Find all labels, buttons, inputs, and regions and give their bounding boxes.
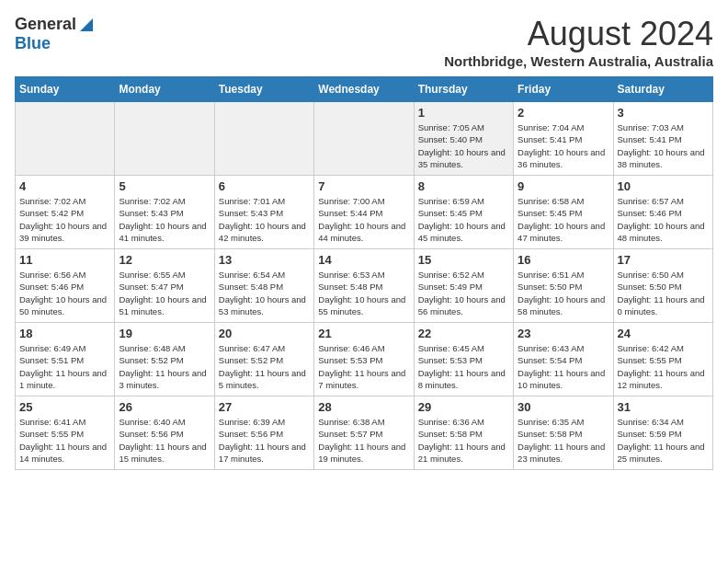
day-info: Sunrise: 7:00 AMSunset: 5:44 PMDaylight:…	[318, 195, 409, 244]
day-number: 17	[618, 253, 709, 267]
day-number: 22	[418, 327, 509, 340]
calendar-cell: 18Sunrise: 6:49 AMSunset: 5:51 PMDayligh…	[16, 323, 115, 396]
day-info: Sunrise: 6:52 AMSunset: 5:49 PMDaylight:…	[418, 269, 509, 317]
day-info: Sunrise: 7:05 AMSunset: 5:40 PMDaylight:…	[418, 121, 509, 170]
day-number: 20	[219, 327, 310, 340]
day-info: Sunrise: 6:35 AMSunset: 5:58 PMDaylight:…	[518, 416, 609, 465]
calendar-cell: 25Sunrise: 6:41 AMSunset: 5:55 PMDayligh…	[16, 396, 115, 470]
calendar-cell: 19Sunrise: 6:48 AMSunset: 5:52 PMDayligh…	[115, 323, 214, 396]
day-info: Sunrise: 6:41 AMSunset: 5:55 PMDaylight:…	[19, 416, 110, 465]
day-number: 4	[19, 179, 110, 193]
logo-blue-text: Blue	[15, 34, 51, 53]
col-tuesday: Tuesday	[214, 77, 313, 102]
day-number: 31	[618, 400, 709, 414]
calendar-cell: 8Sunrise: 6:59 AMSunset: 5:45 PMDaylight…	[414, 176, 513, 249]
calendar-cell: 13Sunrise: 6:54 AMSunset: 5:48 PMDayligh…	[214, 249, 313, 323]
day-number: 2	[518, 106, 609, 120]
day-info: Sunrise: 7:01 AMSunset: 5:43 PMDaylight:…	[219, 195, 310, 244]
calendar-table: Sunday Monday Tuesday Wednesday Thursday…	[15, 76, 713, 470]
calendar-cell	[16, 102, 115, 176]
day-info: Sunrise: 6:43 AMSunset: 5:54 PMDaylight:…	[518, 342, 609, 391]
calendar-cell: 23Sunrise: 6:43 AMSunset: 5:54 PMDayligh…	[514, 323, 613, 396]
day-number: 23	[518, 327, 609, 340]
day-number: 26	[119, 400, 210, 414]
day-number: 29	[418, 400, 509, 414]
page-header: General Blue August 2024 Northbridge, We…	[15, 15, 713, 69]
day-info: Sunrise: 7:03 AMSunset: 5:41 PMDaylight:…	[618, 121, 709, 170]
day-info: Sunrise: 6:47 AMSunset: 5:52 PMDaylight:…	[219, 342, 310, 391]
day-number: 5	[119, 179, 210, 193]
day-info: Sunrise: 6:40 AMSunset: 5:56 PMDaylight:…	[119, 416, 210, 465]
day-info: Sunrise: 7:04 AMSunset: 5:41 PMDaylight:…	[518, 121, 609, 170]
calendar-week-row: 4Sunrise: 7:02 AMSunset: 5:42 PMDaylight…	[16, 176, 713, 249]
col-monday: Monday	[115, 77, 214, 102]
day-number: 13	[219, 253, 310, 267]
calendar-week-row: 25Sunrise: 6:41 AMSunset: 5:55 PMDayligh…	[16, 396, 713, 470]
logo-triangle-icon	[78, 17, 95, 33]
day-info: Sunrise: 6:36 AMSunset: 5:58 PMDaylight:…	[418, 416, 509, 465]
day-number: 6	[219, 179, 310, 193]
day-number: 3	[618, 106, 709, 120]
calendar-cell	[214, 102, 313, 176]
day-info: Sunrise: 6:55 AMSunset: 5:47 PMDaylight:…	[119, 269, 210, 317]
month-title: August 2024	[444, 15, 713, 53]
col-sunday: Sunday	[16, 77, 115, 102]
calendar-cell: 27Sunrise: 6:39 AMSunset: 5:56 PMDayligh…	[214, 396, 313, 470]
title-section: August 2024 Northbridge, Western Austral…	[444, 15, 713, 69]
day-info: Sunrise: 6:56 AMSunset: 5:46 PMDaylight:…	[19, 269, 110, 317]
day-number: 9	[518, 179, 609, 193]
day-number: 11	[19, 253, 110, 267]
calendar-cell: 1Sunrise: 7:05 AMSunset: 5:40 PMDaylight…	[414, 102, 513, 176]
calendar-header-row: Sunday Monday Tuesday Wednesday Thursday…	[16, 77, 713, 102]
day-info: Sunrise: 7:02 AMSunset: 5:43 PMDaylight:…	[119, 195, 210, 244]
day-number: 12	[119, 253, 210, 267]
calendar-cell: 31Sunrise: 6:34 AMSunset: 5:59 PMDayligh…	[613, 396, 712, 470]
calendar-cell	[314, 102, 414, 176]
logo: General Blue	[15, 15, 95, 53]
day-info: Sunrise: 6:34 AMSunset: 5:59 PMDaylight:…	[618, 416, 709, 465]
day-number: 27	[219, 400, 310, 414]
calendar-cell: 16Sunrise: 6:51 AMSunset: 5:50 PMDayligh…	[514, 249, 613, 323]
calendar-cell: 2Sunrise: 7:04 AMSunset: 5:41 PMDaylight…	[514, 102, 613, 176]
day-info: Sunrise: 6:46 AMSunset: 5:53 PMDaylight:…	[318, 342, 409, 391]
logo-general-text: General	[15, 15, 76, 34]
day-info: Sunrise: 6:59 AMSunset: 5:45 PMDaylight:…	[418, 195, 509, 244]
day-number: 8	[418, 179, 509, 193]
day-info: Sunrise: 7:02 AMSunset: 5:42 PMDaylight:…	[19, 195, 110, 244]
day-info: Sunrise: 6:39 AMSunset: 5:56 PMDaylight:…	[219, 416, 310, 465]
day-number: 24	[618, 327, 709, 340]
day-number: 10	[618, 179, 709, 193]
calendar-cell: 24Sunrise: 6:42 AMSunset: 5:55 PMDayligh…	[613, 323, 712, 396]
calendar-cell: 7Sunrise: 7:00 AMSunset: 5:44 PMDaylight…	[314, 176, 414, 249]
calendar-cell: 29Sunrise: 6:36 AMSunset: 5:58 PMDayligh…	[414, 396, 513, 470]
calendar-week-row: 11Sunrise: 6:56 AMSunset: 5:46 PMDayligh…	[16, 249, 713, 323]
calendar-cell: 5Sunrise: 7:02 AMSunset: 5:43 PMDaylight…	[115, 176, 214, 249]
calendar-cell: 17Sunrise: 6:50 AMSunset: 5:50 PMDayligh…	[613, 249, 712, 323]
day-number: 7	[318, 179, 409, 193]
day-number: 21	[318, 327, 409, 340]
col-friday: Friday	[514, 77, 613, 102]
calendar-cell: 21Sunrise: 6:46 AMSunset: 5:53 PMDayligh…	[314, 323, 414, 396]
day-number: 19	[119, 327, 210, 340]
col-saturday: Saturday	[613, 77, 712, 102]
calendar-cell: 12Sunrise: 6:55 AMSunset: 5:47 PMDayligh…	[115, 249, 214, 323]
calendar-week-row: 18Sunrise: 6:49 AMSunset: 5:51 PMDayligh…	[16, 323, 713, 396]
calendar-cell: 9Sunrise: 6:58 AMSunset: 5:45 PMDaylight…	[514, 176, 613, 249]
day-info: Sunrise: 6:49 AMSunset: 5:51 PMDaylight:…	[19, 342, 110, 391]
day-info: Sunrise: 6:50 AMSunset: 5:50 PMDaylight:…	[618, 269, 709, 317]
calendar-cell	[115, 102, 214, 176]
day-info: Sunrise: 6:51 AMSunset: 5:50 PMDaylight:…	[518, 269, 609, 317]
day-info: Sunrise: 6:53 AMSunset: 5:48 PMDaylight:…	[318, 269, 409, 317]
calendar-cell: 14Sunrise: 6:53 AMSunset: 5:48 PMDayligh…	[314, 249, 414, 323]
calendar-cell: 26Sunrise: 6:40 AMSunset: 5:56 PMDayligh…	[115, 396, 214, 470]
day-info: Sunrise: 6:45 AMSunset: 5:53 PMDaylight:…	[418, 342, 509, 391]
day-number: 30	[518, 400, 609, 414]
day-info: Sunrise: 6:38 AMSunset: 5:57 PMDaylight:…	[318, 416, 409, 465]
day-info: Sunrise: 6:58 AMSunset: 5:45 PMDaylight:…	[518, 195, 609, 244]
day-info: Sunrise: 6:42 AMSunset: 5:55 PMDaylight:…	[618, 342, 709, 391]
calendar-cell: 3Sunrise: 7:03 AMSunset: 5:41 PMDaylight…	[613, 102, 712, 176]
col-thursday: Thursday	[414, 77, 513, 102]
day-number: 1	[418, 106, 509, 120]
col-wednesday: Wednesday	[314, 77, 414, 102]
calendar-cell: 15Sunrise: 6:52 AMSunset: 5:49 PMDayligh…	[414, 249, 513, 323]
